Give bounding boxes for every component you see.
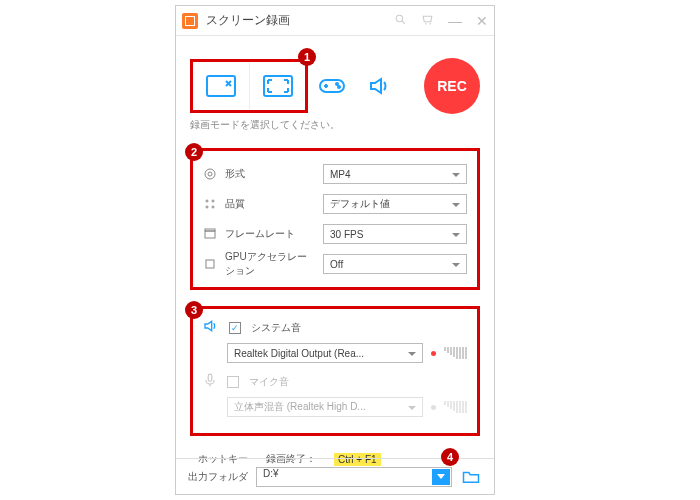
app-icon (182, 13, 198, 29)
fullscreen-button[interactable] (249, 62, 305, 110)
mode-hint: 録画モードを選択してください。 (190, 118, 494, 132)
svg-point-17 (206, 206, 208, 208)
titlebar-actions: — ✕ (394, 13, 488, 29)
region-mode-group (190, 59, 308, 113)
output-folder-dropdown-button[interactable] (432, 469, 450, 485)
cart-icon[interactable] (421, 13, 434, 29)
mic-audio-device-row: 立体声混音 (Realtek High D... (227, 397, 467, 417)
close-button[interactable]: ✕ (476, 13, 488, 29)
record-button[interactable]: REC (424, 58, 480, 114)
open-folder-button[interactable] (460, 470, 482, 484)
quality-row: 品質 デフォルト値 (203, 191, 467, 217)
svg-point-13 (205, 169, 215, 179)
format-icon (203, 167, 217, 181)
quality-dropdown[interactable]: デフォルト値 (323, 194, 467, 214)
fps-row: フレームレート 30 FPS (203, 221, 467, 247)
gpu-row: GPUアクセラレーション Off (203, 251, 467, 277)
quality-icon (203, 197, 217, 211)
gpu-dropdown[interactable]: Off (323, 254, 467, 274)
speaker-icon (203, 319, 219, 337)
system-audio-label: システム音 (251, 321, 301, 335)
fps-icon (203, 227, 217, 241)
system-audio-device-row: Realtek Digital Output (Rea... (227, 343, 467, 363)
svg-point-3 (429, 23, 431, 25)
gpu-label: GPUアクセラレーション (225, 250, 315, 278)
svg-point-16 (212, 200, 214, 202)
titlebar: スクリーン録画 — ✕ (176, 6, 494, 36)
app-window: スクリーン録画 — ✕ 1 REC (175, 5, 495, 495)
mic-audio-device-dropdown[interactable]: 立体声混音 (Realtek High D... (227, 397, 423, 417)
window-title: スクリーン録画 (206, 12, 394, 29)
svg-line-1 (402, 21, 405, 24)
audio-mode-button[interactable] (356, 62, 404, 110)
record-label: REC (437, 78, 467, 94)
format-row: 形式 MP4 (203, 161, 467, 187)
system-audio-device-dropdown[interactable]: Realtek Digital Output (Rea... (227, 343, 423, 363)
game-mode-button[interactable] (308, 62, 356, 110)
mic-audio-label: マイク音 (249, 375, 289, 389)
mic-audio-header: マイク音 (203, 373, 467, 391)
output-bar: 出力フォルダ D:¥ 4 (176, 458, 494, 494)
gpu-icon (203, 257, 217, 271)
svg-point-18 (212, 206, 214, 208)
recording-indicator-icon (431, 351, 436, 356)
quality-label: 品質 (225, 197, 315, 211)
custom-region-button[interactable] (193, 62, 249, 110)
video-settings-section: 2 形式 MP4 品質 デフォルト値 フレームレート 30 FPS GPUアクセ… (190, 148, 480, 290)
audio-settings-section: 3 ✓ システム音 Realtek Digital Output (Rea...… (190, 306, 480, 436)
mic-indicator-icon (431, 405, 436, 410)
fps-label: フレームレート (225, 227, 315, 241)
svg-rect-22 (208, 374, 212, 381)
svg-point-2 (425, 23, 427, 25)
svg-rect-21 (206, 260, 214, 268)
output-folder-input[interactable]: D:¥ 4 (256, 467, 452, 487)
svg-point-0 (396, 15, 403, 22)
format-dropdown[interactable]: MP4 (323, 164, 467, 184)
minimize-button[interactable]: — (448, 13, 462, 29)
search-icon[interactable] (394, 13, 407, 29)
svg-point-14 (208, 172, 212, 176)
system-audio-checkbox[interactable]: ✓ (229, 322, 241, 334)
microphone-icon (203, 373, 217, 391)
volume-meter-icon (444, 347, 467, 359)
fps-dropdown[interactable]: 30 FPS (323, 224, 467, 244)
callout-badge-4: 4 (441, 448, 459, 466)
format-label: 形式 (225, 167, 315, 181)
mode-toolbar: 1 REC (190, 58, 480, 114)
mic-audio-checkbox[interactable] (227, 376, 239, 388)
output-folder-label: 出力フォルダ (188, 470, 248, 484)
callout-badge-1: 1 (298, 48, 316, 66)
callout-badge-3: 3 (185, 301, 203, 319)
svg-point-11 (336, 83, 338, 85)
svg-rect-19 (205, 231, 215, 238)
svg-rect-20 (205, 229, 215, 231)
svg-point-12 (338, 86, 340, 88)
mic-volume-meter-icon (444, 401, 467, 413)
system-audio-header: ✓ システム音 (203, 319, 467, 337)
svg-point-15 (206, 200, 208, 202)
callout-badge-2: 2 (185, 143, 203, 161)
